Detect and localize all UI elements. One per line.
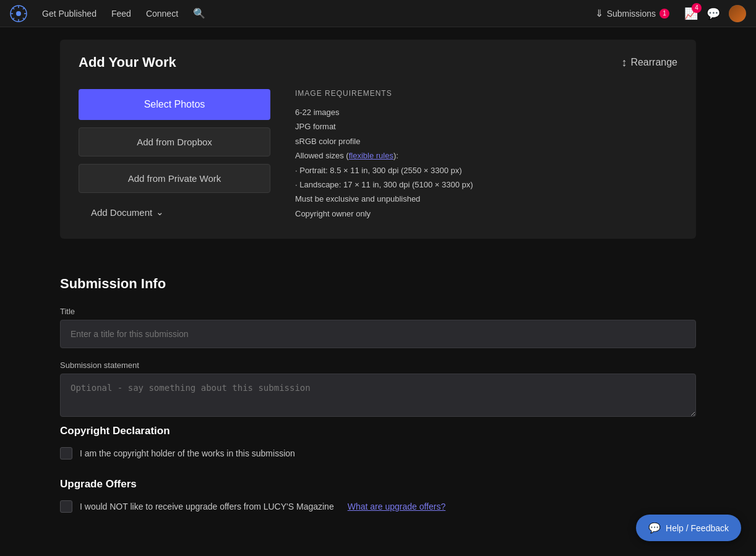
copyright-checkbox[interactable]: [60, 447, 72, 460]
what-are-upgrade-offers-link[interactable]: What are upgrade offers?: [348, 502, 446, 511]
messages-icon: 💬: [707, 7, 720, 20]
title-input[interactable]: [60, 320, 696, 348]
add-work-section: Add Your Work ↕ Rearrange Select Photos …: [60, 40, 696, 239]
rearrange-icon: ↕: [621, 56, 627, 69]
req-copyright: Copyright owner only: [295, 207, 677, 221]
help-label: Help / Feedback: [666, 523, 729, 533]
add-work-title: Add Your Work: [79, 54, 176, 71]
copyright-title: Copyright Declaration: [60, 425, 696, 437]
copyright-checkbox-row: I am the copyright holder of the works i…: [60, 447, 696, 460]
image-requirements-title: IMAGE REQUIREMENTS: [295, 89, 677, 98]
req-images: 6-22 images: [295, 105, 677, 119]
upgrade-label: I would NOT like to receive upgrade offe…: [80, 502, 334, 511]
analytics-badge: 4: [692, 3, 702, 13]
req-portrait: · Portrait: 8.5 × 11 in, 300 dpi (2550 ×…: [295, 163, 677, 177]
statement-field: Submission statement: [60, 361, 696, 419]
statement-textarea[interactable]: [60, 374, 696, 417]
download-icon: ⇓: [595, 7, 603, 19]
nav-feed[interactable]: Feed: [111, 9, 131, 19]
image-requirements-list: 6-22 images JPG format sRGB color profil…: [295, 105, 677, 221]
upgrade-offers-section: Upgrade Offers I would NOT like to recei…: [60, 478, 696, 513]
svg-point-1: [16, 11, 21, 16]
analytics-button[interactable]: 📈 4: [684, 7, 698, 20]
user-avatar[interactable]: [729, 5, 746, 22]
messages-button[interactable]: 💬: [707, 7, 720, 20]
nav-connect[interactable]: Connect: [146, 9, 178, 19]
rearrange-button[interactable]: ↕ Rearrange: [621, 56, 677, 69]
add-from-private-work-button[interactable]: Add from Private Work: [79, 164, 270, 193]
search-icon[interactable]: 🔍: [193, 7, 205, 19]
submissions-label: Submissions: [607, 9, 656, 19]
req-color: sRGB color profile: [295, 134, 677, 148]
select-photos-button[interactable]: Select Photos: [79, 89, 270, 120]
logo-icon[interactable]: [10, 5, 27, 22]
nav-icons: 📈 4 💬: [684, 5, 746, 22]
req-format: JPG format: [295, 119, 677, 134]
statement-label: Submission statement: [60, 361, 696, 370]
svg-line-9: [12, 17, 14, 19]
svg-line-7: [23, 17, 25, 19]
flexible-rules-link[interactable]: flexible rules: [349, 151, 393, 160]
svg-line-6: [12, 7, 14, 9]
upgrade-checkbox-row: I would NOT like to receive upgrade offe…: [60, 500, 696, 513]
help-feedback-button[interactable]: 💬 Help / Feedback: [636, 515, 741, 541]
req-exclusive: Must be exclusive and unpublished: [295, 192, 677, 206]
svg-line-8: [23, 7, 25, 9]
upgrade-offers-title: Upgrade Offers: [60, 478, 696, 490]
chevron-down-icon: ⌄: [156, 207, 164, 218]
req-sizes-suffix: ):: [393, 151, 398, 160]
req-landscape: · Landscape: 17 × 11 in, 300 dpi (5100 ×…: [295, 177, 677, 192]
upload-buttons: Select Photos Add from Dropbox Add from …: [79, 89, 270, 224]
copyright-section: Copyright Declaration I am the copyright…: [60, 425, 696, 460]
upgrade-checkbox[interactable]: [60, 500, 72, 513]
title-field: Title: [60, 307, 696, 361]
nav-get-published[interactable]: Get Published: [42, 9, 97, 19]
navbar: Get Published Feed Connect 🔍 ⇓ Submissio…: [0, 0, 756, 27]
add-document-button[interactable]: Add Document ⌄: [79, 200, 270, 224]
submissions-badge: 1: [659, 9, 669, 19]
add-from-dropbox-button[interactable]: Add from Dropbox: [79, 127, 270, 156]
submission-info-section: Submission Info Title Submission stateme…: [60, 257, 696, 531]
add-work-body: Select Photos Add from Dropbox Add from …: [79, 89, 677, 224]
submission-info-title: Submission Info: [60, 276, 696, 292]
add-document-label: Add Document: [91, 207, 152, 218]
copyright-label: I am the copyright holder of the works i…: [80, 448, 295, 458]
title-label: Title: [60, 307, 696, 316]
add-work-header: Add Your Work ↕ Rearrange: [79, 54, 677, 71]
req-sizes: Allowed sizes (flexible rules):: [295, 148, 677, 163]
image-requirements: IMAGE REQUIREMENTS 6-22 images JPG forma…: [295, 89, 677, 224]
chat-icon: 💬: [648, 522, 661, 534]
rearrange-label: Rearrange: [630, 57, 677, 68]
submissions-button[interactable]: ⇓ Submissions 1: [595, 7, 669, 19]
main-content: Add Your Work ↕ Rearrange Select Photos …: [50, 40, 706, 531]
req-sizes-prefix: Allowed sizes (: [295, 151, 349, 160]
